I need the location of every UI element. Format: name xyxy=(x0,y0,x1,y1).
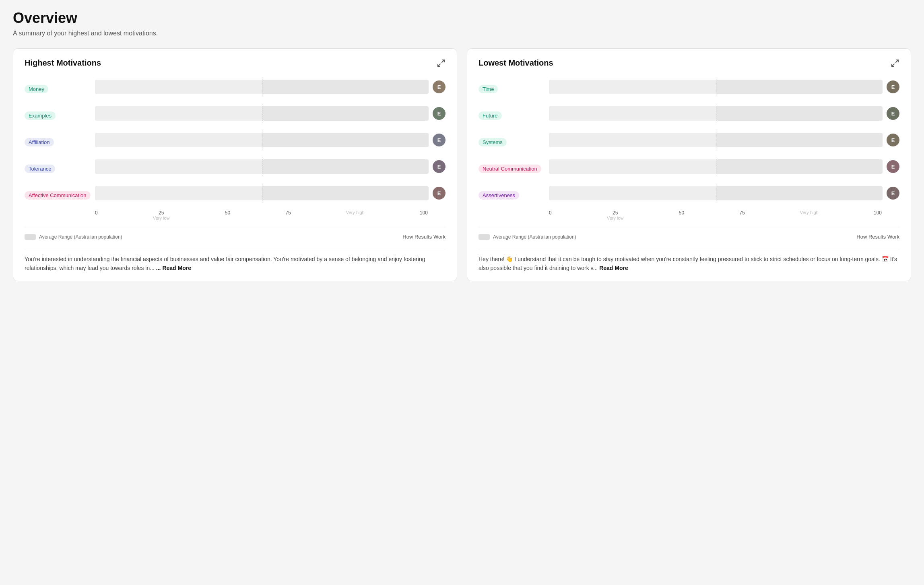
lowest-read-more[interactable]: Read More xyxy=(599,265,628,271)
bar-dashed-divider xyxy=(716,183,716,203)
panel-header: Highest Motivations xyxy=(25,58,446,68)
bar-left-segment xyxy=(549,80,716,94)
bar-left-segment xyxy=(549,106,716,121)
lowest-description-text: Hey there! 👋 I understand that it can be… xyxy=(479,256,897,271)
motivation-label-col: Money xyxy=(25,81,95,93)
panel-header: Lowest Motivations xyxy=(479,58,899,68)
bar-col: E xyxy=(549,104,899,123)
bars-wrapper xyxy=(95,183,429,203)
xaxis-item: 100 xyxy=(420,210,428,220)
highest-xaxis-labels: 0 25 Very low 50 75 Very high 100 xyxy=(95,210,428,220)
bar-right-segment xyxy=(262,133,429,147)
motivation-row: SystemsE xyxy=(479,130,899,150)
avatar: E xyxy=(433,134,446,146)
bars-wrapper xyxy=(95,104,429,123)
avatar: E xyxy=(887,80,899,93)
xaxis-item: 100 xyxy=(874,210,882,220)
bar-col: E xyxy=(95,77,446,97)
avatar: E xyxy=(887,187,899,200)
bar-right-segment xyxy=(716,186,883,200)
motivation-label-col: Tolerance xyxy=(25,161,95,173)
expand-icon[interactable] xyxy=(891,59,899,68)
motivation-row: TimeE xyxy=(479,77,899,97)
motivation-label-col: Systems xyxy=(479,134,549,146)
xaxis-item: 0 xyxy=(95,210,98,220)
highest-xaxis: 0 25 Very low 50 75 Very high 100 xyxy=(25,210,446,220)
bar-right-segment xyxy=(262,106,429,121)
bar-right-segment xyxy=(716,159,883,174)
motivation-label-col: Affiliation xyxy=(25,134,95,146)
bar-col: E xyxy=(95,183,446,203)
motivation-label: Assertiveness xyxy=(479,191,519,200)
xaxis-item: 25 Very low xyxy=(607,210,624,220)
bar-left-segment xyxy=(549,159,716,174)
xaxis-item: 50 xyxy=(225,210,230,220)
motivation-label: Affective Communication xyxy=(25,191,91,200)
avg-range-text: Average Range (Australian population) xyxy=(39,234,122,240)
motivation-row: Affective CommunicationE xyxy=(25,183,446,203)
motivation-label: Future xyxy=(479,111,502,120)
highest-read-more[interactable]: ... Read More xyxy=(156,265,191,271)
bar-col: E xyxy=(549,130,899,150)
avg-range-box xyxy=(479,234,490,240)
bar-right-segment xyxy=(262,159,429,174)
lowest-panel-title: Lowest Motivations xyxy=(479,58,553,68)
bar-left-segment xyxy=(549,186,716,200)
highest-panel-footer: Average Range (Australian population) Ho… xyxy=(25,228,446,240)
bars-wrapper xyxy=(549,104,883,123)
expand-icon[interactable] xyxy=(437,59,446,68)
bars-wrapper xyxy=(95,130,429,150)
bar-left-segment xyxy=(95,133,262,147)
avatar: E xyxy=(433,80,446,93)
bars-wrapper xyxy=(549,77,883,97)
bar-dashed-divider xyxy=(262,130,262,150)
avatar: E xyxy=(433,107,446,120)
motivation-row: MoneyE xyxy=(25,77,446,97)
avg-range-box xyxy=(25,234,36,240)
bar-right-segment xyxy=(716,133,883,147)
highest-rows: MoneyEExamplesEAffiliationEToleranceEAff… xyxy=(25,77,446,203)
how-results-work-link[interactable]: How Results Work xyxy=(856,234,899,240)
bar-left-segment xyxy=(95,106,262,121)
how-results-work-link[interactable]: How Results Work xyxy=(402,234,446,240)
motivation-row: AffiliationE xyxy=(25,130,446,150)
avg-range-text: Average Range (Australian population) xyxy=(493,234,576,240)
bar-dashed-divider xyxy=(262,77,262,97)
bar-left-segment xyxy=(549,133,716,147)
motivation-row: ExamplesE xyxy=(25,104,446,123)
lowest-rows: TimeEFutureESystemsENeutral Communicatio… xyxy=(479,77,899,203)
bar-dashed-divider xyxy=(716,104,716,123)
bar-left-segment xyxy=(95,80,262,94)
motivation-row: AssertivenessE xyxy=(479,183,899,203)
bar-right-segment xyxy=(716,106,883,121)
xaxis-item: Very high xyxy=(346,210,365,220)
motivation-label-col: Examples xyxy=(25,107,95,120)
motivation-label: Time xyxy=(479,85,498,93)
bar-right-segment xyxy=(262,186,429,200)
xaxis-item: 75 xyxy=(739,210,745,220)
bar-col: E xyxy=(95,157,446,176)
xaxis-item: 50 xyxy=(679,210,684,220)
xaxis-item: 25 Very low xyxy=(153,210,170,220)
motivation-label-col: Neutral Communication xyxy=(479,161,549,173)
lowest-xaxis: 0 25 Very low 50 75 Very high 100 xyxy=(479,210,899,220)
page-title: Overview xyxy=(13,10,911,27)
bar-dashed-divider xyxy=(716,157,716,176)
bars-wrapper xyxy=(95,157,429,176)
avatar: E xyxy=(887,160,899,173)
bar-col: E xyxy=(95,130,446,150)
highest-description: You're interested in understanding the f… xyxy=(25,248,446,273)
bar-right-segment xyxy=(716,80,883,94)
bar-col: E xyxy=(95,104,446,123)
bars-wrapper xyxy=(549,157,883,176)
lowest-panel-footer: Average Range (Australian population) Ho… xyxy=(479,228,899,240)
bar-col: E xyxy=(549,157,899,176)
motivation-label: Affiliation xyxy=(25,138,54,146)
xaxis-item: Very high xyxy=(800,210,819,220)
lowest-description: Hey there! 👋 I understand that it can be… xyxy=(479,248,899,273)
motivation-label-col: Time xyxy=(479,81,549,93)
highest-description-text: You're interested in understanding the f… xyxy=(25,256,425,271)
lowest-motivations-panel: Lowest Motivations TimeEFutureESystemsEN… xyxy=(467,48,911,281)
bars-wrapper xyxy=(95,77,429,97)
bar-col: E xyxy=(549,183,899,203)
